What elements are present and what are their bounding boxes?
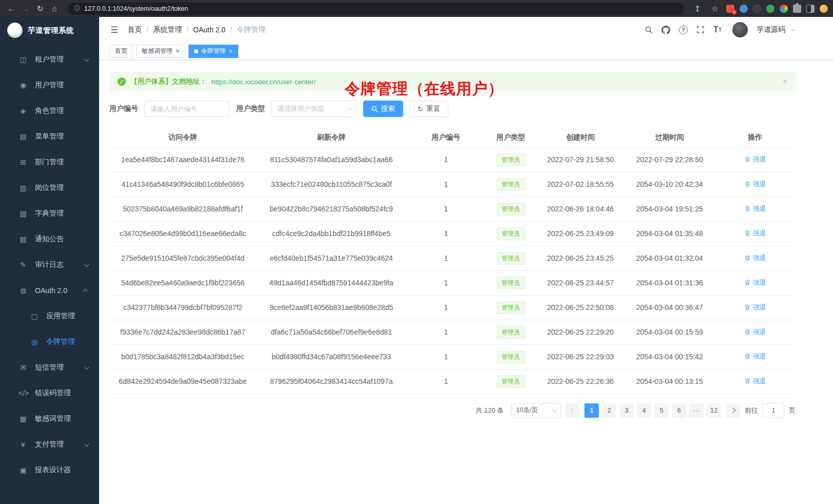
sidebar-item-oauth2-app[interactable]: ▢ 应用管理 (0, 303, 99, 329)
sidebar-item-oauth2-token[interactable]: ◎ 令牌管理 (0, 329, 99, 355)
sidebar-item-oauth2[interactable]: ◍ OAuth 2.0 (0, 278, 99, 303)
font-size-icon[interactable]: TT (713, 25, 722, 34)
column-header-0: 访问令牌 (109, 128, 256, 147)
pager-more[interactable]: ··· (689, 403, 704, 418)
breadcrumb-item-0[interactable]: 首页 (127, 25, 142, 34)
extension-rainbow-icon[interactable] (780, 5, 788, 13)
sidebar-item-dict[interactable]: ▧ 字典管理 (0, 201, 99, 226)
force-logout-button[interactable]: 强退 (744, 377, 766, 386)
browser-profile-avatar[interactable] (820, 5, 828, 13)
puzzle-piece-icon[interactable] (793, 5, 801, 13)
extension-red-icon[interactable]: 0 (726, 5, 734, 13)
goto-page-input[interactable] (763, 403, 784, 418)
force-logout-button[interactable]: 强退 (744, 352, 766, 361)
page-size-select[interactable]: 10条/页 (511, 403, 561, 418)
browser-reload-icon[interactable]: ↻ (34, 3, 46, 15)
pager-page-4[interactable]: 4 (637, 403, 651, 418)
alert-doc-link[interactable]: https://doc.iocoder.cn/user-center/ (212, 78, 316, 86)
pager-pages: 123456···12 (584, 403, 721, 418)
tab-sensitive-word[interactable]: 敏感词管理 × (136, 45, 185, 58)
sidebar-item-post[interactable]: ▥ 岗位管理 (0, 175, 99, 201)
sidebar-item-notice[interactable]: ▨ 通知公告 (0, 226, 99, 252)
sidebar-item-dept[interactable]: ⊞ 部门管理 (0, 149, 99, 175)
menu-item-label: 部门管理 (35, 158, 64, 167)
force-logout-button[interactable]: 强退 (744, 278, 766, 287)
sidebar-item-tenant[interactable]: ◫ 租户管理 (0, 47, 99, 72)
address-bar[interactable]: ⓘ 127.0.0.1:1024/system/oauth2/token (68, 3, 684, 15)
pager-page-2[interactable]: 2 (602, 403, 616, 418)
user-id-label: 用户编号 (109, 104, 138, 113)
help-icon[interactable]: ? (679, 26, 688, 34)
cell-create-time: 2022-06-25 23:44:57 (536, 270, 624, 295)
tab-close-icon[interactable]: × (229, 48, 233, 54)
force-logout-button[interactable]: 强退 (744, 204, 766, 214)
sidebar-item-sms[interactable]: ✉ 短信管理 (0, 355, 99, 380)
force-logout-button[interactable]: 强退 (744, 229, 766, 238)
total-count: 共 120 条 (476, 406, 504, 415)
sidebar-collapse-icon[interactable]: ☰ (105, 25, 123, 35)
pager-page-3[interactable]: 3 (619, 403, 634, 418)
force-logout-button[interactable]: 强退 (744, 155, 766, 164)
menu-item-label: 菜单管理 (35, 132, 64, 141)
user-type-badge: 管理员 (497, 301, 525, 314)
force-logout-button[interactable]: 强退 (744, 254, 766, 263)
user-type-badge: 管理员 (497, 326, 525, 339)
share-icon[interactable]: ↥ (691, 3, 704, 15)
tab-home[interactable]: 首页 (109, 45, 133, 58)
sidebar-item-pay[interactable]: ¥ 支付管理 (0, 432, 99, 457)
extension-green-icon[interactable] (766, 5, 774, 13)
sidebar-item-sensitive-word[interactable]: ▦ 敏感词管理 (0, 406, 99, 432)
sidebar-item-audit-log[interactable]: ✎ 审计日志 (0, 252, 99, 278)
bookmark-star-icon[interactable]: ☆ (709, 3, 721, 15)
extension-dark-icon[interactable] (753, 5, 761, 13)
user-menu-caret-icon[interactable] (791, 27, 794, 31)
cell-user-type: 管理员 (485, 270, 536, 295)
menu-item-label: 用户管理 (35, 81, 64, 90)
github-icon[interactable] (661, 26, 670, 34)
sidebar-item-menu[interactable]: ▤ 菜单管理 (0, 124, 99, 149)
extension-blue-icon[interactable] (740, 5, 748, 13)
user-name[interactable]: 芋道源码 (756, 25, 785, 34)
app-logo[interactable]: 芋道管理系统 (0, 17, 99, 44)
user-type-placeholder: 请选择用户类型 (277, 104, 324, 113)
user-id-input[interactable] (144, 101, 229, 117)
force-logout-button[interactable]: 强退 (744, 327, 766, 337)
browser-home-icon[interactable]: ⌂ (48, 3, 61, 15)
cell-refresh-token: 8796295f04064c2983414cc54af1097a (256, 369, 407, 394)
reset-button[interactable]: ↻ 重置 (409, 101, 448, 117)
user-type-select[interactable]: 请选择用户类型 (271, 101, 357, 117)
cell-expire-time: 2054-03-04 01:32:04 (624, 246, 714, 270)
tab-token[interactable]: 令牌管理 × (188, 45, 239, 58)
pager-page-6[interactable]: 6 (672, 403, 686, 418)
pager-page-1[interactable]: 1 (584, 403, 599, 418)
trash-icon (744, 181, 751, 187)
force-logout-button[interactable]: 强退 (744, 303, 766, 312)
pager-page-5[interactable]: 5 (654, 403, 669, 418)
pager-page-12[interactable]: 12 (707, 403, 721, 418)
pager-next[interactable] (726, 403, 740, 418)
alert-close-icon[interactable]: × (783, 77, 787, 86)
goto-label: 前往 (745, 406, 758, 415)
sidebar-toggle-icon[interactable] (806, 5, 815, 13)
browser-back-icon[interactable]: ← (5, 3, 17, 15)
sidebar-item-error-code[interactable]: </> 错误码管理 (0, 380, 99, 406)
pager-prev[interactable] (565, 403, 580, 418)
table-row: 275e5de9151045fe87cbdc395e004f4d e6cfd40… (109, 246, 796, 270)
page-size-caret-icon (552, 407, 557, 412)
site-info-icon[interactable]: ⓘ (74, 4, 80, 13)
browser-forward-icon[interactable]: → (20, 3, 32, 15)
search-button[interactable]: 搜索 (363, 101, 403, 117)
fullscreen-icon[interactable] (696, 26, 705, 34)
sidebar-item-user[interactable]: ◉ 用户管理 (0, 72, 99, 98)
sidebar-item-report-designer[interactable]: ▣ 报表设计器 (0, 457, 99, 483)
force-logout-button[interactable]: 强退 (744, 180, 766, 189)
user-avatar[interactable] (732, 22, 748, 37)
sidebar-item-role[interactable]: ◈ 角色管理 (0, 98, 99, 124)
menu-item-label: 应用管理 (46, 312, 75, 321)
search-icon[interactable] (645, 26, 653, 34)
tab-close-icon[interactable]: × (176, 48, 180, 54)
breadcrumb-item-1[interactable]: 系统管理 (153, 25, 182, 34)
table-row: 54d6be82ee5a460a9aedc1f9bf223656 49d1aa4… (109, 270, 796, 295)
cell-actions: 强退 (714, 344, 796, 369)
breadcrumb-item-2[interactable]: OAuth 2.0 (193, 26, 225, 34)
